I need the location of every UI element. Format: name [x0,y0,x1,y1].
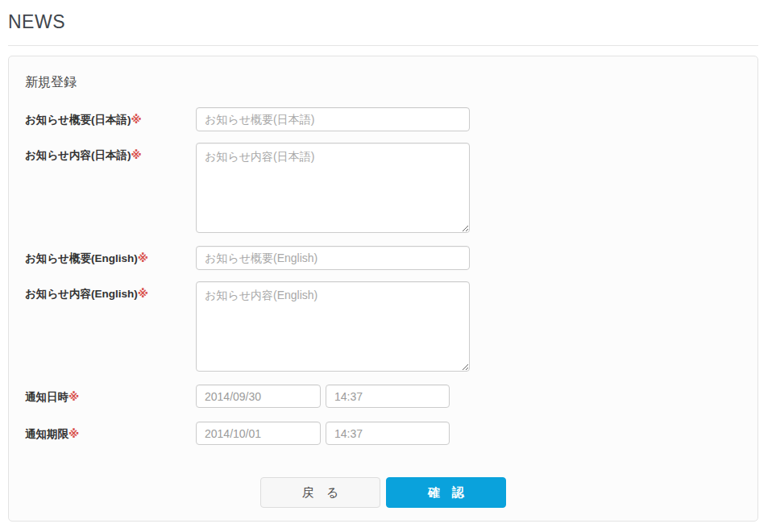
summary-ja-input[interactable] [196,107,470,131]
form-row-summary-en: お知らせ概要(English)※ [25,246,741,270]
summary-en-label-text: お知らせ概要(English) [25,252,138,264]
body-en-label: お知らせ内容(English)※ [25,281,196,301]
registration-panel: 新規登録 お知らせ概要(日本語)※ お知らせ内容(日本語)※ お知らせ概要(En… [8,56,758,522]
required-mark: ※ [138,288,148,300]
summary-ja-label: お知らせ概要(日本語)※ [25,107,196,127]
body-en-textarea[interactable] [196,281,470,372]
confirm-button[interactable]: 確 認 [386,477,506,508]
notify-datetime-label-text: 通知日時 [25,391,68,403]
form-row-body-ja: お知らせ内容(日本語)※ [25,143,741,233]
notify-deadline-label: 通知期限※ [25,422,196,442]
required-mark: ※ [131,114,141,126]
notify-datetime-label: 通知日時※ [25,384,196,405]
form-actions: 戻 る 確 認 [25,477,741,508]
required-mark: ※ [68,428,79,440]
page-title: NEWS [8,11,65,32]
summary-en-input[interactable] [196,246,470,270]
notify-deadline-date-input[interactable] [196,422,321,445]
body-ja-label: お知らせ内容(日本語)※ [25,143,196,163]
notify-deadline-time-input[interactable] [326,422,450,445]
notify-datetime-date-input[interactable] [196,384,321,408]
body-ja-textarea[interactable] [196,143,470,233]
back-button[interactable]: 戻 る [260,477,380,508]
body-ja-label-text: お知らせ内容(日本語) [25,149,131,161]
form-row-notify-datetime: 通知日時※ [25,384,741,408]
page-header: NEWS [8,0,758,46]
required-mark: ※ [138,252,148,264]
form-row-summary-ja: お知らせ概要(日本語)※ [25,107,741,131]
required-mark: ※ [68,391,79,403]
notify-datetime-time-input[interactable] [326,384,450,408]
summary-en-label: お知らせ概要(English)※ [25,246,196,266]
panel-heading: 新規登録 [25,74,741,91]
required-mark: ※ [131,149,141,161]
form-row-body-en: お知らせ内容(English)※ [25,281,741,372]
form-row-notify-deadline: 通知期限※ [25,422,741,445]
summary-ja-label-text: お知らせ概要(日本語) [25,114,131,126]
body-en-label-text: お知らせ内容(English) [25,288,138,300]
notify-deadline-label-text: 通知期限 [25,428,68,440]
